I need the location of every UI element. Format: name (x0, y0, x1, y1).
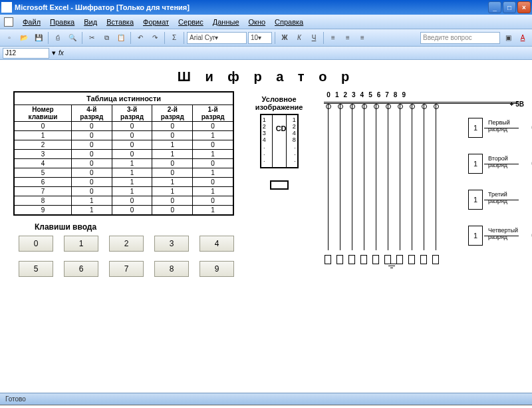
new-icon[interactable]: ▫ (3, 31, 16, 45)
align-center-icon[interactable]: ≡ (341, 31, 354, 45)
fill-color-icon[interactable]: ▣ (501, 31, 515, 45)
preview-icon[interactable]: 🔍 (66, 31, 79, 45)
bus-wire (340, 104, 340, 250)
cd-left-pins: 1234... (263, 116, 266, 163)
truth-cell: 0 (71, 159, 112, 168)
align-right-icon[interactable]: ≡ (356, 31, 369, 45)
key-button-4[interactable]: 4 (200, 236, 234, 252)
text-color-icon[interactable]: A (516, 31, 529, 45)
open-icon[interactable]: 📂 (17, 31, 31, 45)
truth-cell: 1 (193, 131, 233, 140)
truth-cell: 6 (14, 178, 71, 187)
font-select[interactable]: Arial Cyr ▾ (187, 32, 247, 44)
copy-icon[interactable]: ⧉ (100, 31, 113, 45)
output-label: Второй разряд (488, 155, 520, 168)
key-button-8[interactable]: 8 (154, 261, 189, 277)
truth-cell: 0 (112, 196, 152, 206)
bus-terminal (372, 255, 379, 264)
truth-cell: 8 (14, 196, 71, 206)
window-titlebar: Microsoft Excel - Шифратор [Только для ч… (0, 0, 532, 15)
table-row: 20010 (14, 140, 233, 150)
undo-icon[interactable]: ↶ (134, 31, 147, 45)
truth-cell: 0 (71, 122, 112, 131)
figure-caption: Рисунок 4 (0, 405, 532, 408)
truth-header: 2-й разряд (152, 105, 193, 122)
bus-wire (388, 104, 388, 250)
truth-cell: 1 (193, 206, 233, 216)
key-button-6[interactable]: 6 (64, 261, 98, 277)
excel-doc-icon[interactable] (4, 17, 13, 27)
key-button-9[interactable]: 9 (200, 261, 234, 277)
menu-help[interactable]: Справка (271, 17, 307, 27)
switch-node (374, 104, 379, 109)
cd-title-1: Условное (243, 95, 315, 103)
question-box[interactable]: Введите вопрос (420, 32, 500, 44)
menu-file[interactable]: Файл (19, 17, 45, 27)
truth-cell: 0 (112, 206, 152, 216)
table-row: 50101 (14, 168, 233, 178)
key-button-0[interactable]: 0 (19, 236, 53, 252)
underline-icon[interactable]: Ч (307, 31, 321, 45)
bus-terminal (360, 255, 367, 264)
save-icon[interactable]: 💾 (32, 31, 45, 45)
name-box[interactable]: J12 (3, 48, 49, 59)
cd-title-2: изображение (243, 103, 315, 111)
key-button-1[interactable]: 1 (64, 236, 98, 252)
truth-cell: 0 (112, 140, 152, 150)
italic-icon[interactable]: К (293, 31, 306, 45)
switch-node (398, 104, 403, 109)
close-button[interactable]: × (517, 1, 531, 13)
cd-box: CD 1234... 1248... (260, 114, 299, 168)
table-row: 00000 (14, 122, 233, 131)
menu-insert[interactable]: Вставка (102, 17, 138, 27)
paste-icon[interactable]: 📋 (114, 31, 128, 45)
align-left-icon[interactable]: ≡ (327, 31, 340, 45)
maximize-button[interactable]: □ (503, 1, 516, 13)
truth-table: Таблица истинности Номер клавиши4-й разр… (13, 91, 234, 216)
print-icon[interactable]: ⎙ (51, 31, 65, 45)
output-label: Третий разряд (488, 191, 520, 204)
page-title: Ш и ф р а т о р (13, 69, 519, 85)
truth-cell: 0 (152, 196, 193, 206)
truth-cell: 1 (112, 168, 152, 178)
cd-block: Условное изображение CD 1234... 1248... (243, 95, 315, 202)
worksheet: Ш и ф р а т о р Таблица истинности Номер… (0, 60, 532, 393)
cut-icon[interactable]: ✂ (85, 31, 98, 45)
key-button-7[interactable]: 7 (109, 261, 144, 277)
dropdown-icon[interactable]: ▾ (52, 49, 56, 57)
menu-view[interactable]: Вид (80, 17, 101, 27)
switch-node (422, 104, 427, 109)
key-button-3[interactable]: 3 (154, 236, 189, 252)
menu-data[interactable]: Данные (209, 17, 243, 27)
bold-icon[interactable]: Ж (278, 31, 291, 45)
bus-wire (400, 104, 400, 250)
menu-edit[interactable]: Правка (46, 17, 78, 27)
menu-format[interactable]: Формат (139, 17, 173, 27)
bus-label: 3 (352, 91, 356, 99)
bus-wire (352, 104, 352, 250)
toolbar-sep (48, 32, 49, 44)
switch-node (338, 104, 343, 109)
toolbar-sep (275, 32, 275, 44)
truth-cell: 0 (152, 206, 193, 216)
menu-window[interactable]: Окно (245, 17, 270, 27)
menu-tools[interactable]: Сервис (174, 17, 207, 27)
minimize-button[interactable]: _ (488, 1, 501, 13)
key-button-5[interactable]: 5 (19, 261, 53, 277)
redo-icon[interactable]: ↷ (148, 31, 162, 45)
switch-node (386, 104, 391, 109)
switch-node (434, 104, 439, 109)
key-row-1: 01234 (19, 236, 234, 252)
table-row: 81000 (14, 196, 233, 206)
sum-icon[interactable]: Σ (168, 31, 181, 45)
keys-label: Клавиши ввода (35, 222, 234, 232)
status-ready: Готово (5, 395, 26, 403)
truth-cell: 0 (71, 131, 112, 140)
fx-icon[interactable]: fx (59, 49, 64, 57)
question-placeholder: Введите вопрос (423, 34, 472, 41)
table-row: 40100 (14, 159, 233, 168)
bus-wire (424, 104, 424, 250)
bus-label: 9 (402, 91, 406, 99)
size-select[interactable]: 10 ▾ (248, 32, 272, 44)
key-button-2[interactable]: 2 (109, 236, 144, 252)
